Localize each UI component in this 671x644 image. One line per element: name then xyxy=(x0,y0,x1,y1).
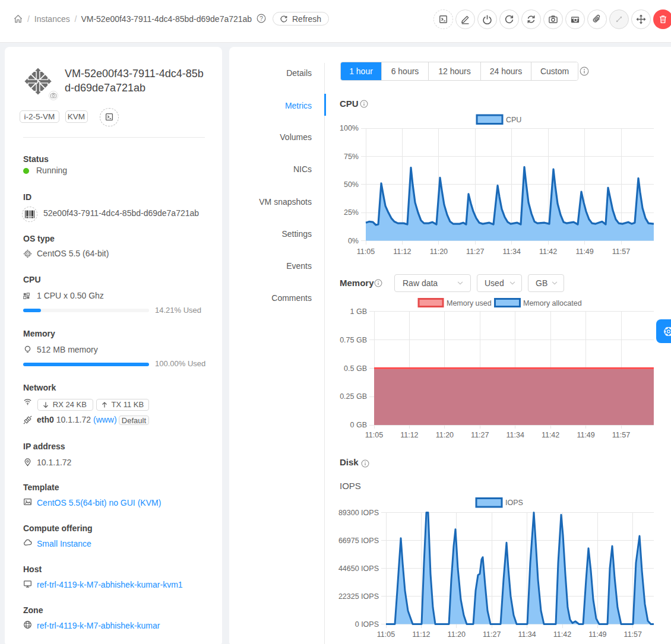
svg-text:11:57: 11:57 xyxy=(624,630,642,639)
svg-text:11:20: 11:20 xyxy=(430,248,448,256)
svg-text:0 GB: 0 GB xyxy=(350,421,368,429)
svg-text:89300 IOPS: 89300 IOPS xyxy=(338,509,379,517)
svg-text:11:49: 11:49 xyxy=(577,431,594,439)
svg-text:0.5 GB: 0.5 GB xyxy=(344,364,367,373)
svg-text:11:34: 11:34 xyxy=(507,431,524,439)
svg-text:11:34: 11:34 xyxy=(518,630,536,639)
svg-text:11:12: 11:12 xyxy=(412,630,430,639)
svg-text:0.25 GB: 0.25 GB xyxy=(340,392,367,401)
svg-text:?: ? xyxy=(259,15,263,22)
svg-text:0.75 GB: 0.75 GB xyxy=(340,336,367,344)
svg-text:11:12: 11:12 xyxy=(393,248,411,256)
svg-text:11:20: 11:20 xyxy=(448,630,466,639)
svg-text:11:42: 11:42 xyxy=(553,630,571,639)
svg-text:11:12: 11:12 xyxy=(400,431,418,439)
svg-text:66975 IOPS: 66975 IOPS xyxy=(338,537,379,545)
svg-text:11:42: 11:42 xyxy=(539,248,557,256)
svg-text:11:49: 11:49 xyxy=(575,248,593,256)
svg-text:11:05: 11:05 xyxy=(357,248,375,256)
svg-text:11:27: 11:27 xyxy=(471,431,489,439)
svg-text:100%: 100% xyxy=(340,124,359,132)
svg-text:11:27: 11:27 xyxy=(466,248,484,256)
svg-text:75%: 75% xyxy=(344,153,359,161)
svg-text:CPU: CPU xyxy=(506,116,521,124)
svg-text:Memory used: Memory used xyxy=(447,299,492,307)
svg-text:0%: 0% xyxy=(348,237,359,245)
svg-text:11:05: 11:05 xyxy=(365,431,383,439)
svg-text:44650 IOPS: 44650 IOPS xyxy=(338,564,379,573)
svg-text:11:42: 11:42 xyxy=(542,431,559,439)
svg-text:50%: 50% xyxy=(344,180,359,189)
svg-text:11:05: 11:05 xyxy=(377,630,395,639)
svg-text:0 IOPS: 0 IOPS xyxy=(355,620,379,629)
svg-text:22325 IOPS: 22325 IOPS xyxy=(338,592,379,601)
svg-text:11:57: 11:57 xyxy=(612,248,630,256)
svg-text:Memory allocated: Memory allocated xyxy=(523,299,582,307)
svg-text:11:49: 11:49 xyxy=(588,630,606,639)
svg-text:11:27: 11:27 xyxy=(483,630,501,639)
svg-text:25%: 25% xyxy=(344,208,359,217)
svg-text:11:57: 11:57 xyxy=(612,431,630,439)
svg-text:11:34: 11:34 xyxy=(503,248,521,256)
svg-text:1 GB: 1 GB xyxy=(350,307,368,316)
svg-text:11:20: 11:20 xyxy=(436,431,454,439)
svg-text:IOPS: IOPS xyxy=(505,499,523,507)
